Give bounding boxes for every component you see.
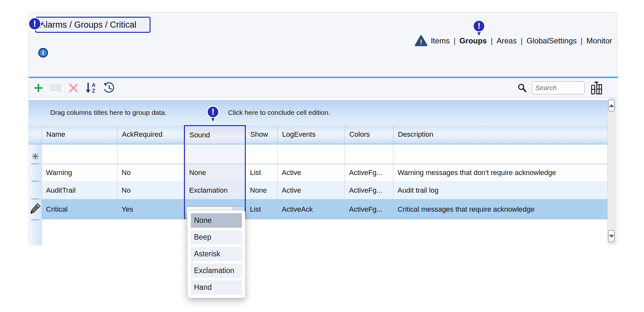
cell-name[interactable]: Warning bbox=[42, 164, 117, 181]
row-divider bbox=[31, 219, 39, 220]
cell-colors[interactable]: ActiveFg... bbox=[345, 199, 393, 219]
nav-separator: | bbox=[453, 36, 456, 45]
add-icon bbox=[33, 83, 43, 93]
alarms-panel: ! Alarms / Groups / Critical ! ! Items |… bbox=[28, 12, 618, 245]
nav-item-monitor[interactable]: Monitor bbox=[586, 36, 612, 45]
info-icon[interactable]: i bbox=[38, 48, 48, 58]
cell[interactable] bbox=[345, 144, 393, 164]
breadcrumb-title-box[interactable]: Alarms / Groups / Critical bbox=[35, 17, 151, 33]
delete-row-button[interactable] bbox=[69, 83, 78, 93]
dropdown-option-exclamation[interactable]: Exclamation bbox=[191, 263, 242, 278]
row-divider bbox=[31, 181, 39, 182]
row-divider bbox=[31, 163, 39, 164]
cell-logevents[interactable]: Active bbox=[278, 181, 345, 199]
cell-logevents[interactable]: ActiveAck bbox=[278, 199, 345, 219]
nav-item-globalsettings[interactable]: GlobalSettings bbox=[527, 36, 577, 45]
column-chooser-icon bbox=[590, 81, 603, 95]
row-header-column: ✳ bbox=[29, 144, 42, 245]
column-chooser-button[interactable] bbox=[590, 81, 603, 95]
nav-item-items[interactable]: Items bbox=[431, 36, 450, 45]
new-row[interactable] bbox=[42, 144, 608, 164]
alert-glyph: ! bbox=[212, 107, 215, 117]
info-glyph: i bbox=[42, 50, 44, 56]
cell-ackrequired[interactable]: No bbox=[117, 181, 184, 199]
row-divider bbox=[31, 198, 39, 199]
cell-show[interactable]: None bbox=[246, 181, 278, 199]
sort-letter-z: Z bbox=[92, 88, 95, 94]
add-row-button[interactable] bbox=[33, 83, 43, 93]
cell-show[interactable]: List bbox=[246, 199, 278, 219]
edit-hint-text[interactable]: Click here to conclude cell edition. bbox=[228, 100, 330, 125]
cell-name[interactable]: Critical bbox=[42, 199, 117, 219]
cell-colors[interactable]: ActiveFg... bbox=[345, 164, 393, 181]
dropdown-option-hand[interactable]: Hand bbox=[191, 280, 242, 295]
column-header-logevents[interactable]: LogEvents bbox=[278, 125, 345, 144]
cell[interactable] bbox=[184, 144, 246, 164]
cell[interactable] bbox=[42, 144, 117, 164]
cell-ackrequired[interactable]: No bbox=[117, 164, 184, 181]
cell-ackrequired[interactable]: Yes bbox=[117, 199, 184, 219]
triangle-down-icon bbox=[609, 235, 614, 238]
rename-button[interactable] bbox=[50, 84, 62, 92]
table-row-warning[interactable]: Warning No None List Active ActiveFg... … bbox=[42, 164, 608, 181]
warning-triangle-icon: ! bbox=[415, 35, 428, 47]
nav-separator: | bbox=[580, 36, 583, 45]
search-input[interactable] bbox=[532, 81, 585, 94]
cell[interactable] bbox=[393, 144, 608, 164]
cell-show[interactable]: List bbox=[246, 164, 278, 181]
column-header-colors[interactable]: Colors bbox=[345, 125, 393, 144]
cell[interactable] bbox=[278, 144, 345, 164]
alert-pin-sound-icon: ! bbox=[206, 106, 220, 124]
alert-pin-groups-icon: ! bbox=[472, 20, 486, 38]
column-header-sound[interactable]: Sound bbox=[184, 125, 246, 144]
top-nav: ! Items | Groups | Areas | GlobalSetting… bbox=[415, 35, 612, 47]
scroll-up-button[interactable] bbox=[608, 99, 615, 112]
column-header-show[interactable]: Show bbox=[246, 125, 278, 144]
sound-dropdown-list: None Beep Asterisk Exclamation Hand bbox=[187, 210, 245, 298]
cell-logevents[interactable]: Active bbox=[278, 164, 345, 181]
group-by-panel[interactable]: Drag columns titles here to group data. … bbox=[29, 100, 608, 125]
corner-header-cell bbox=[29, 125, 42, 144]
history-icon bbox=[103, 82, 115, 94]
toolbar: A Z bbox=[29, 78, 618, 97]
cell-sound[interactable]: Exclamation bbox=[184, 181, 246, 199]
cell-colors[interactable]: ActiveFg... bbox=[345, 181, 393, 199]
dropdown-option-asterisk[interactable]: Asterisk bbox=[191, 247, 242, 261]
nav-item-groups[interactable]: Groups bbox=[459, 36, 487, 45]
column-header-row: Name AckRequired Sound Show LogEvents Co… bbox=[29, 125, 608, 144]
scroll-down-button[interactable] bbox=[608, 230, 615, 242]
nav-separator: | bbox=[520, 36, 523, 45]
screen: ! Alarms / Groups / Critical ! ! Items |… bbox=[0, 0, 644, 312]
cell[interactable] bbox=[117, 144, 184, 164]
cell-description[interactable]: Warning messages that don't require ackn… bbox=[393, 164, 608, 181]
column-header-ackrequired[interactable]: AckRequired bbox=[117, 125, 184, 144]
dropdown-option-beep[interactable]: Beep bbox=[191, 230, 242, 244]
vertical-scrollbar[interactable] bbox=[607, 99, 615, 243]
nav-item-areas[interactable]: Areas bbox=[497, 36, 517, 45]
cell[interactable] bbox=[246, 144, 278, 164]
cell-sound[interactable]: None bbox=[184, 164, 246, 181]
cell-description[interactable]: Critical messages that require acknowled… bbox=[393, 199, 608, 219]
page-title: Alarms / Groups / Critical bbox=[40, 20, 136, 30]
sort-letter-a: A bbox=[92, 82, 96, 88]
edit-pencil-icon bbox=[30, 202, 41, 216]
cell-name[interactable]: AuditTrail bbox=[42, 181, 117, 199]
group-hint-text: Drag columns titles here to group data. bbox=[50, 100, 167, 125]
sort-az-icon: A Z bbox=[85, 82, 96, 94]
alert-pin-title-icon: ! bbox=[27, 16, 46, 31]
alert-glyph: ! bbox=[478, 21, 481, 31]
alert-glyph: ! bbox=[33, 19, 36, 29]
sort-button[interactable]: A Z bbox=[85, 82, 96, 94]
column-header-name[interactable]: Name bbox=[42, 125, 117, 144]
column-header-description[interactable]: Description bbox=[393, 125, 608, 144]
cell-description[interactable]: Audit trail log bbox=[393, 181, 608, 199]
nav-separator: | bbox=[490, 36, 493, 45]
search-icon bbox=[518, 83, 527, 92]
new-row-marker: ✳ bbox=[29, 151, 42, 162]
triangle-up-icon bbox=[609, 104, 614, 107]
rename-icon bbox=[50, 84, 62, 92]
dropdown-option-none[interactable]: None bbox=[191, 213, 242, 228]
table-row-critical-selected[interactable]: Critical Yes List ActiveAck ActiveFg... … bbox=[42, 199, 608, 219]
table-row-audittrail[interactable]: AuditTrail No Exclamation None Active Ac… bbox=[42, 181, 608, 199]
history-button[interactable] bbox=[103, 82, 115, 94]
